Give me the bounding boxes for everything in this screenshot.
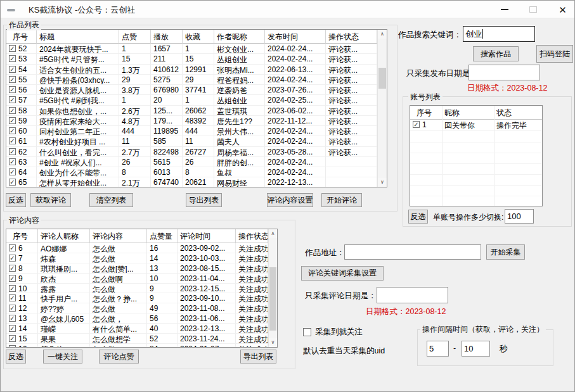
close-button[interactable]: ✕ bbox=[550, 1, 575, 18]
work-row[interactable]: ✓63 #创业 #祝家人们... 26 5615 26 胖胖的创... 2024… bbox=[6, 157, 377, 167]
work-address-input[interactable] bbox=[344, 244, 481, 260]
comments-scrollbar[interactable]: ∧ ∨ bbox=[268, 229, 277, 347]
row-checkbox[interactable]: ✓ bbox=[9, 45, 16, 52]
scroll-up-icon[interactable]: ∧ bbox=[269, 229, 277, 238]
row-checkbox[interactable]: ✓ bbox=[9, 305, 16, 312]
comment-date-input[interactable] bbox=[377, 287, 448, 303]
col-header-status[interactable]: 状态 bbox=[494, 106, 542, 120]
work-row[interactable]: ✓64 创业为什么不能带... 8 6013 8 鱼叔 2024-02-24..… bbox=[6, 167, 377, 177]
row-checkbox[interactable]: ✓ bbox=[9, 127, 16, 134]
account-row[interactable]: ✓1 回关带你 操作完毕 bbox=[410, 120, 542, 131]
col-header-no[interactable]: 序号 bbox=[410, 106, 442, 120]
work-row[interactable]: ✓53 #5G时代 #只管努... 15 211 15 丛姐创业 2024-02… bbox=[6, 54, 377, 64]
row-checkbox[interactable]: ✓ bbox=[9, 55, 16, 62]
comment-row[interactable]: ✓6 AO娜娜 怎么做 16 2023-09-02... 关注成功 bbox=[6, 243, 268, 253]
work-row[interactable]: ✓65 怎样从零开始创业... 2.1万 674740 20621 网易财经 2… bbox=[6, 177, 377, 187]
row-checkbox[interactable]: ✓ bbox=[9, 325, 16, 332]
comment-row[interactable]: ✓11 快手用户... 怎么做？挣... 9 2023-09-10... 关注成… bbox=[6, 293, 268, 303]
interval-max-input[interactable] bbox=[462, 341, 490, 357]
comment-row[interactable]: ✓16 第凡信 怎么做 84 2024-01-07... 关注成功 bbox=[6, 344, 268, 348]
row-checkbox[interactable]: ✓ bbox=[9, 86, 16, 93]
row-checkbox[interactable]: ✓ bbox=[9, 275, 16, 282]
like-comments-button[interactable]: 评论点赞 bbox=[99, 350, 139, 364]
work-search-input[interactable]: 创业 bbox=[463, 26, 535, 42]
row-checkbox[interactable]: ✓ bbox=[9, 265, 16, 272]
work-row[interactable]: ✓52 2024年就要玩快手... 1 1657 1 彬文创业... 2024-… bbox=[6, 44, 377, 54]
row-checkbox[interactable]: ✓ bbox=[9, 345, 16, 348]
row-checkbox[interactable]: ✓ bbox=[9, 66, 16, 73]
works-scrollbar[interactable]: ∧ ∨ bbox=[377, 30, 387, 187]
col-header-content[interactable]: 评论内容 bbox=[90, 229, 147, 243]
work-row[interactable]: ✓60 回村创业第二年正... 444 119895 444 景州大伟... 2… bbox=[6, 126, 377, 136]
row-checkbox[interactable]: ✓ bbox=[9, 137, 16, 144]
col-header-plays[interactable]: 播放 bbox=[151, 30, 183, 44]
row-checkbox[interactable]: ✓ bbox=[9, 244, 16, 251]
scrollbar-thumb[interactable] bbox=[378, 68, 386, 89]
scroll-down-icon[interactable]: ∨ bbox=[378, 178, 387, 187]
comment-row[interactable]: ✓15 果果 怎么做想学 52 2023-11-24... 关注成功 bbox=[6, 334, 268, 344]
col-header-author[interactable]: 作者昵称 bbox=[214, 30, 265, 44]
comment-settings-button[interactable]: 评论内容设置 bbox=[267, 193, 313, 207]
row-checkbox[interactable]: ✓ bbox=[9, 179, 16, 186]
row-checkbox[interactable]: ✓ bbox=[9, 107, 16, 114]
comment-row[interactable]: ✓10 露露 怎么做 9 2023-12-15... 关注成功 bbox=[6, 284, 268, 294]
row-checkbox[interactable]: ✓ bbox=[9, 335, 16, 342]
clear-list-button[interactable]: 清空列表 bbox=[89, 193, 133, 207]
work-row[interactable]: ✓59 疫情闲在家来给大... 4.8万 179... 48392 唐先生1??… bbox=[6, 116, 377, 126]
col-header-title[interactable]: 标题 bbox=[37, 30, 119, 44]
scroll-down-icon[interactable]: ∨ bbox=[269, 338, 277, 347]
start-comment-button[interactable]: 开始评论 bbox=[321, 193, 362, 207]
scroll-up-icon[interactable]: ∧ bbox=[378, 30, 387, 39]
col-header-time[interactable]: 评论时间 bbox=[178, 229, 236, 243]
work-row[interactable]: ✓57 #5G时代 #刷到我... 1 20 1 丛姐创业 2024-02-25… bbox=[6, 95, 377, 105]
interval-min-input[interactable] bbox=[427, 341, 449, 357]
col-header-nickname[interactable]: 昵称 bbox=[442, 106, 494, 120]
col-header-likes[interactable]: 点赞 bbox=[119, 30, 151, 44]
works-export-button[interactable]: 导出列表 bbox=[186, 193, 222, 207]
search-works-button[interactable]: 搜索作品 bbox=[473, 46, 519, 61]
follow-all-button[interactable]: 一键关注 bbox=[43, 350, 82, 364]
comment-row[interactable]: ✓13 @幺妹儿605 怎么做， 56 2023-11-06... 关注成功 bbox=[6, 313, 268, 324]
work-row[interactable]: ✓55 @快手粉条(03xhcy... 29 5275 29 程爸程妈... 2… bbox=[6, 75, 377, 85]
row-checkbox[interactable]: ✓ bbox=[413, 121, 420, 128]
row-checkbox[interactable]: ✓ bbox=[9, 148, 16, 155]
accounts-invert-button[interactable]: 反选 bbox=[408, 210, 428, 224]
get-comments-button[interactable]: 获取评论 bbox=[30, 193, 71, 207]
row-checkbox[interactable]: ✓ bbox=[9, 255, 16, 262]
works-invert-button[interactable]: 反选 bbox=[6, 193, 26, 207]
comments-export-button[interactable]: 导出列表 bbox=[240, 350, 276, 364]
comment-row[interactable]: ✓9 欣杰 怎么做啊 10 2023-11-04... 关注成功 bbox=[6, 274, 268, 284]
scrollbar-thumb[interactable] bbox=[269, 267, 276, 331]
comment-row[interactable]: ✓8 琪琪播剧... 怎么做[赞]... 13 2023-08-15... 关注… bbox=[6, 263, 268, 274]
col-header-likes[interactable]: 点赞量 bbox=[147, 229, 178, 243]
work-row[interactable]: ✓58 如果你也想创业，... 2.6万 125... 26062 盖世琪琪 2… bbox=[6, 106, 377, 116]
work-row[interactable]: ✓62 什么叫创业，看完... 2.7万 822498 26727 周杨幸福..… bbox=[6, 147, 377, 157]
comment-keyword-settings-button[interactable]: 评论关键词采集设置 bbox=[301, 266, 384, 281]
minimize-button[interactable] bbox=[494, 1, 515, 18]
follow-on-collect-checkbox[interactable]: ✓ bbox=[303, 328, 311, 336]
col-header-no[interactable]: 序号 bbox=[6, 30, 37, 44]
comment-row[interactable]: ✓12 婷??婷 怎么做 49 2023-11-08... 关注成功 bbox=[6, 303, 268, 313]
scan-login-button[interactable]: 扫码登陆 bbox=[536, 45, 573, 63]
work-row[interactable]: ✓61 #农村创业好项目 ... 11 585 11 菌夫人 2024-02-2… bbox=[6, 136, 377, 146]
publish-date-input[interactable] bbox=[468, 65, 540, 80]
maximize-button[interactable] bbox=[522, 1, 545, 18]
col-header-no[interactable]: 序号 bbox=[6, 229, 38, 243]
work-row[interactable]: ✓56 创业是资源人脉机... 3.8万 676980 37741 逆袭奶爸 2… bbox=[6, 85, 377, 95]
row-checkbox[interactable]: ✓ bbox=[9, 285, 16, 292]
row-checkbox[interactable]: ✓ bbox=[9, 158, 16, 165]
row-checkbox[interactable]: ✓ bbox=[9, 168, 16, 175]
row-checkbox[interactable]: ✓ bbox=[9, 117, 16, 124]
col-header-nickname[interactable]: 评论人昵称 bbox=[38, 229, 90, 243]
row-checkbox[interactable]: ✓ bbox=[9, 294, 16, 301]
col-header-status[interactable]: 操作状态 bbox=[326, 30, 377, 44]
comment-row[interactable]: ✓14 瑾嵘 有什么简单... 40 2023-12-13... 关注成功 bbox=[6, 324, 268, 334]
col-header-time[interactable]: 发布时间 bbox=[265, 30, 326, 44]
start-collect-button[interactable]: 开始采集 bbox=[486, 244, 525, 260]
account-switch-input[interactable] bbox=[505, 209, 534, 224]
work-row[interactable]: ✓54 适合女生创业的五... 1.3万 410612 12991 张明杰Mi.… bbox=[6, 65, 377, 75]
comment-row[interactable]: ✓7 炜森 怎么做 14 2023-10-03... 关注成功 bbox=[6, 253, 268, 263]
row-checkbox[interactable]: ✓ bbox=[9, 315, 16, 322]
comments-invert-button[interactable]: 反选 bbox=[6, 350, 26, 364]
col-header-status[interactable]: 操作状态 bbox=[236, 229, 268, 243]
